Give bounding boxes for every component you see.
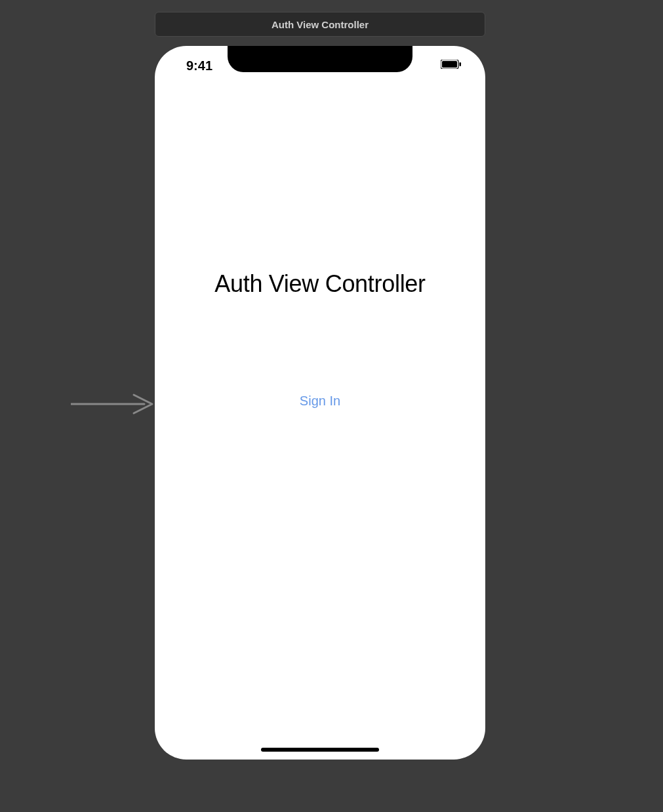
screen-title-label: Auth View Controller xyxy=(155,270,485,298)
segue-arrow-icon[interactable] xyxy=(71,392,155,416)
scene-title-bar[interactable]: Auth View Controller xyxy=(155,12,485,37)
home-indicator xyxy=(261,748,379,752)
device-frame[interactable]: 9:41 Auth View Controller Sign In xyxy=(155,46,485,760)
sign-in-button[interactable]: Sign In xyxy=(155,394,485,409)
scene-title-text: Auth View Controller xyxy=(271,19,369,30)
auth-view-content: Auth View Controller Sign In xyxy=(155,46,485,760)
